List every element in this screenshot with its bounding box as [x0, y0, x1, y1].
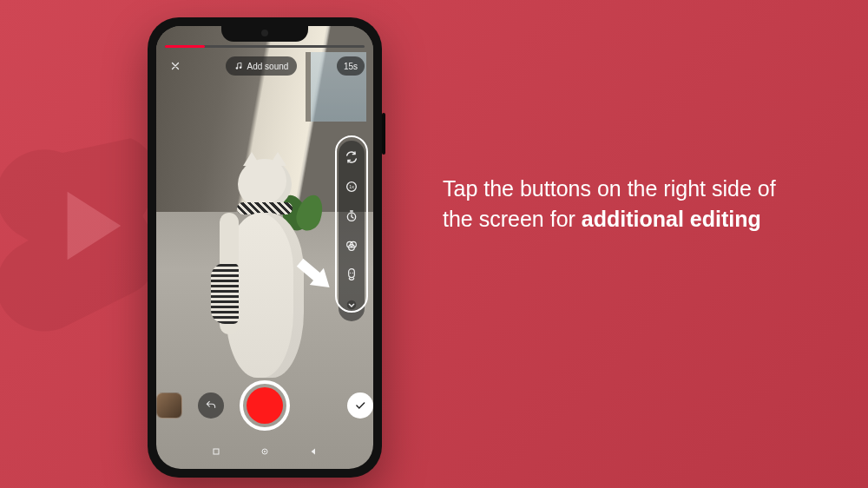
- editing-toolbar: 1x: [339, 141, 365, 321]
- flip-camera-icon: [345, 150, 358, 164]
- speed-icon: 1x: [345, 180, 358, 194]
- speed-button[interactable]: 1x: [344, 179, 359, 195]
- effects-icon: [345, 268, 358, 282]
- android-nav-bar: [156, 441, 373, 462]
- svg-point-8: [350, 273, 351, 274]
- timer-button[interactable]: [344, 208, 359, 224]
- effects-button[interactable]: [344, 267, 359, 283]
- bottom-controls: [156, 380, 373, 431]
- phone-notch: [221, 26, 308, 42]
- svg-point-14: [264, 451, 266, 452]
- instruction-bold: additional editing: [582, 207, 761, 231]
- recording-progress-bar: [165, 45, 365, 48]
- duration-label: 15s: [344, 62, 358, 71]
- duration-button[interactable]: 15s: [337, 56, 365, 76]
- home-icon[interactable]: [260, 446, 270, 457]
- check-icon: [354, 399, 366, 412]
- add-sound-label: Add sound: [247, 62, 289, 71]
- close-icon: [169, 60, 181, 72]
- undo-icon: [205, 399, 217, 412]
- phone-mockup: Add sound 15s 1x: [148, 17, 382, 478]
- svg-text:1x: 1x: [349, 184, 354, 189]
- timer-icon: [345, 209, 358, 223]
- close-button[interactable]: [165, 56, 186, 76]
- expand-button[interactable]: [344, 297, 359, 313]
- instruction-text: Tap the buttons on the right side of the…: [443, 174, 781, 234]
- music-note-icon: [234, 62, 243, 70]
- undo-button[interactable]: [198, 392, 224, 419]
- recent-apps-icon[interactable]: [211, 446, 221, 457]
- svg-rect-12: [214, 449, 219, 454]
- svg-point-0: [235, 67, 238, 69]
- phone-screen: Add sound 15s 1x: [156, 26, 373, 469]
- svg-point-1: [239, 66, 241, 69]
- filters-icon: [345, 239, 358, 253]
- chevron-down-icon: [345, 298, 358, 312]
- filters-button[interactable]: [344, 238, 359, 254]
- add-sound-button[interactable]: Add sound: [226, 56, 298, 76]
- svg-point-9: [352, 273, 353, 274]
- record-button[interactable]: [240, 380, 290, 431]
- confirm-button[interactable]: [347, 392, 373, 419]
- gallery-button[interactable]: [156, 392, 182, 419]
- top-bar: Add sound 15s: [165, 56, 365, 76]
- back-icon[interactable]: [308, 446, 319, 457]
- flip-camera-button[interactable]: [344, 149, 359, 165]
- svg-point-10: [347, 300, 357, 310]
